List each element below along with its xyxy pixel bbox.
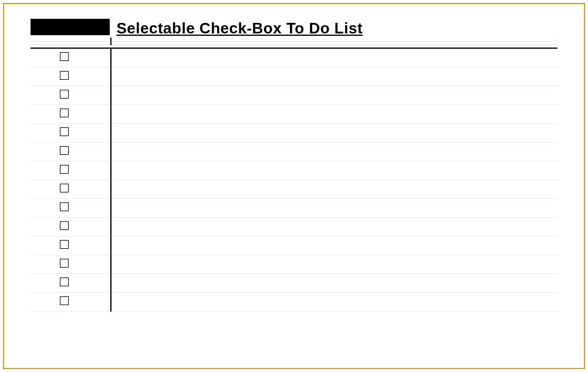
task-cell[interactable] bbox=[111, 198, 558, 217]
title-black-block bbox=[31, 19, 110, 35]
checkbox-cell bbox=[59, 48, 110, 67]
checkbox[interactable] bbox=[60, 240, 69, 249]
checkbox-cell bbox=[59, 104, 110, 123]
row-margin bbox=[31, 104, 59, 123]
task-cell[interactable] bbox=[111, 104, 558, 123]
document-frame: Selectable Check-Box To Do List bbox=[3, 3, 585, 369]
task-cell[interactable] bbox=[111, 255, 558, 273]
list-row bbox=[31, 255, 557, 273]
checkbox[interactable] bbox=[60, 165, 69, 174]
todo-table: Selectable Check-Box To Do List bbox=[31, 19, 557, 312]
task-cell[interactable] bbox=[111, 236, 558, 255]
task-cell[interactable] bbox=[111, 123, 558, 142]
task-cell[interactable] bbox=[111, 142, 558, 161]
row-margin bbox=[31, 67, 59, 86]
list-row bbox=[31, 217, 557, 236]
row-margin bbox=[31, 198, 59, 217]
title-row: Selectable Check-Box To Do List bbox=[31, 19, 557, 38]
list-row bbox=[31, 273, 557, 292]
list-row bbox=[31, 161, 557, 180]
task-cell[interactable] bbox=[111, 86, 558, 104]
row-margin bbox=[31, 48, 59, 67]
row-margin bbox=[31, 180, 59, 198]
row-margin bbox=[31, 142, 59, 161]
checkbox-cell bbox=[59, 255, 110, 273]
checkbox-cell bbox=[59, 236, 110, 255]
page-title: Selectable Check-Box To Do List bbox=[111, 19, 558, 38]
list-row bbox=[31, 198, 557, 217]
row-margin bbox=[31, 273, 59, 292]
checkbox[interactable] bbox=[60, 278, 69, 286]
checkbox-cell bbox=[59, 198, 110, 217]
list-row bbox=[31, 123, 557, 142]
list-row bbox=[31, 48, 557, 67]
list-row bbox=[31, 86, 557, 104]
list-row bbox=[31, 180, 557, 198]
list-row bbox=[31, 142, 557, 161]
task-cell[interactable] bbox=[111, 273, 558, 292]
list-row bbox=[31, 236, 557, 255]
task-cell[interactable] bbox=[111, 67, 558, 86]
checkbox[interactable] bbox=[60, 90, 69, 99]
checkbox-cell bbox=[59, 123, 110, 142]
checkbox[interactable] bbox=[60, 146, 69, 155]
task-cell[interactable] bbox=[111, 292, 558, 311]
row-margin bbox=[31, 86, 59, 104]
checkbox[interactable] bbox=[60, 109, 69, 117]
task-cell[interactable] bbox=[111, 217, 558, 236]
checkbox-cell bbox=[59, 67, 110, 86]
list-row bbox=[31, 292, 557, 311]
checkbox-cell bbox=[59, 217, 110, 236]
checkbox[interactable] bbox=[60, 52, 69, 61]
checkbox-cell bbox=[59, 180, 110, 198]
checkbox-cell bbox=[59, 292, 110, 311]
row-margin bbox=[31, 255, 59, 273]
row-margin bbox=[31, 236, 59, 255]
checkbox-cell bbox=[59, 161, 110, 180]
list-row bbox=[31, 67, 557, 86]
list-row bbox=[31, 104, 557, 123]
checkbox[interactable] bbox=[60, 296, 69, 305]
checkbox[interactable] bbox=[60, 71, 69, 80]
task-cell[interactable] bbox=[111, 180, 558, 198]
checkbox-cell bbox=[59, 142, 110, 161]
checkbox[interactable] bbox=[60, 127, 69, 136]
row-margin bbox=[31, 292, 59, 311]
checkbox[interactable] bbox=[60, 259, 69, 268]
task-cell[interactable] bbox=[111, 48, 558, 67]
checkbox[interactable] bbox=[60, 184, 69, 192]
checkbox[interactable] bbox=[60, 221, 69, 230]
row-margin bbox=[31, 123, 59, 142]
row-margin bbox=[31, 161, 59, 180]
row-margin bbox=[31, 217, 59, 236]
checkbox-cell bbox=[59, 273, 110, 292]
checkbox-cell bbox=[59, 86, 110, 104]
checkbox[interactable] bbox=[60, 202, 69, 211]
task-cell[interactable] bbox=[111, 161, 558, 180]
